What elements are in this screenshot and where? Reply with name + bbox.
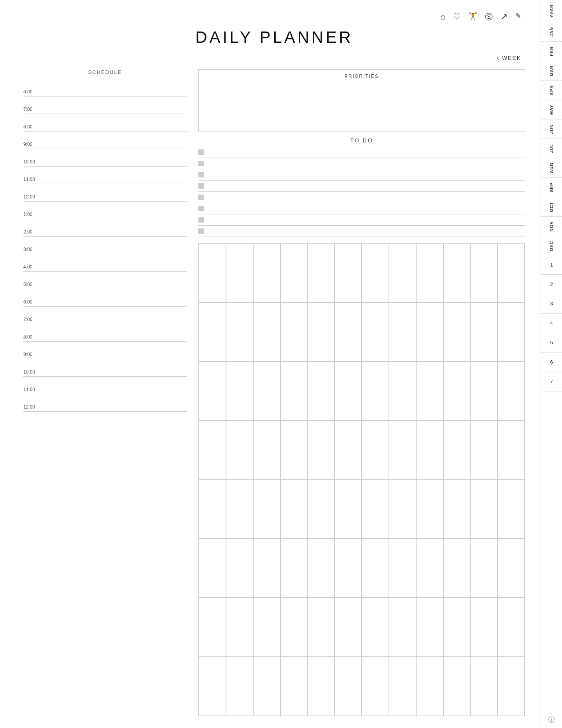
grid-cell[interactable]: [334, 243, 362, 302]
sidebar-item-jun[interactable]: JUN: [541, 119, 562, 139]
sidebar-item-year[interactable]: YEAR: [541, 0, 562, 22]
grid-cell[interactable]: [416, 480, 443, 539]
grid-cell[interactable]: [334, 657, 362, 716]
grid-cell[interactable]: [280, 243, 308, 302]
grid-cell[interactable]: [280, 302, 308, 361]
grid-cell[interactable]: [253, 302, 280, 361]
grid-cell[interactable]: [253, 361, 280, 421]
todo-item[interactable]: [198, 203, 525, 214]
grid-cell[interactable]: [307, 539, 334, 598]
sidebar-day-7[interactable]: 7: [541, 372, 562, 391]
prev-week-button[interactable]: ‹: [497, 54, 499, 61]
grid-cell[interactable]: [253, 657, 280, 716]
grid-cell[interactable]: [389, 302, 416, 361]
grid-cell[interactable]: [307, 657, 334, 716]
grid-cell[interactable]: [443, 539, 471, 598]
todo-checkbox[interactable]: [198, 228, 204, 234]
grid-cell[interactable]: [253, 480, 280, 539]
grid-cell[interactable]: [334, 421, 362, 480]
todo-item[interactable]: [198, 147, 525, 158]
grid-cell[interactable]: [362, 598, 389, 657]
grid-cell[interactable]: [470, 480, 497, 539]
grid-cell[interactable]: [416, 361, 443, 421]
grid-cell[interactable]: [497, 243, 525, 302]
sidebar-item-feb[interactable]: FEB: [541, 41, 562, 61]
grid-cell[interactable]: [226, 243, 253, 302]
grid-cell[interactable]: [334, 480, 362, 539]
sidebar-item-jan[interactable]: JAN: [541, 22, 562, 41]
grid-cell[interactable]: [307, 361, 334, 421]
grid-cell[interactable]: [362, 361, 389, 421]
grid-cell[interactable]: [307, 421, 334, 480]
todo-checkbox[interactable]: [198, 183, 204, 189]
grid-cell[interactable]: [443, 657, 471, 716]
grid-cell[interactable]: [199, 361, 226, 421]
todo-item[interactable]: [198, 214, 525, 226]
sidebar-item-aug[interactable]: AUG: [541, 158, 562, 177]
grid-cell[interactable]: [470, 539, 497, 598]
sidebar-item-sep[interactable]: SEP: [541, 177, 562, 197]
grid-cell[interactable]: [362, 302, 389, 361]
grid-cell[interactable]: [226, 480, 253, 539]
grid-cell[interactable]: [199, 243, 226, 302]
grid-cell[interactable]: [362, 421, 389, 480]
sidebar-day-5[interactable]: 5: [541, 333, 562, 353]
grid-cell[interactable]: [334, 598, 362, 657]
grid-cell[interactable]: [280, 657, 308, 716]
todo-item[interactable]: [198, 181, 525, 192]
grid-cell[interactable]: [307, 480, 334, 539]
grid-cell[interactable]: [253, 539, 280, 598]
sidebar-item-apr[interactable]: APR: [541, 80, 562, 100]
grid-cell[interactable]: [362, 539, 389, 598]
sidebar-item-oct[interactable]: OCT: [541, 197, 562, 216]
grid-cell[interactable]: [307, 598, 334, 657]
grid-cell[interactable]: [199, 657, 226, 716]
grid-cell[interactable]: [389, 243, 416, 302]
sidebar-day-4[interactable]: 4: [541, 314, 562, 333]
grid-cell[interactable]: [389, 361, 416, 421]
grid-cell[interactable]: [497, 302, 525, 361]
sidebar-day-3[interactable]: 3: [541, 294, 562, 314]
grid-cell[interactable]: [253, 243, 280, 302]
info-icon[interactable]: ⓘ: [548, 712, 555, 728]
grid-cell[interactable]: [497, 539, 525, 598]
grid-cell[interactable]: [199, 480, 226, 539]
dollar-circle-icon[interactable]: Ⓢ: [485, 12, 493, 22]
dumbbell-icon[interactable]: 🏋: [469, 12, 477, 22]
trend-arrow-icon[interactable]: ↗: [501, 12, 508, 22]
grid-cell[interactable]: [416, 598, 443, 657]
grid-cell[interactable]: [497, 598, 525, 657]
todo-checkbox[interactable]: [198, 206, 204, 211]
grid-cell[interactable]: [307, 243, 334, 302]
todo-checkbox[interactable]: [198, 149, 204, 155]
sidebar-item-jul[interactable]: JUL: [541, 139, 562, 158]
grid-cell[interactable]: [362, 657, 389, 716]
grid-cell[interactable]: [280, 598, 308, 657]
home-icon[interactable]: ⌂: [440, 12, 445, 22]
todo-checkbox[interactable]: [198, 161, 204, 166]
grid-cell[interactable]: [497, 421, 525, 480]
todo-checkbox[interactable]: [198, 195, 204, 200]
grid-cell[interactable]: [199, 598, 226, 657]
grid-cell[interactable]: [362, 243, 389, 302]
grid-cell[interactable]: [470, 302, 497, 361]
grid-cell[interactable]: [470, 421, 497, 480]
grid-cell[interactable]: [443, 480, 471, 539]
todo-item[interactable]: [198, 192, 525, 203]
sidebar-day-6[interactable]: 6: [541, 353, 562, 372]
sidebar-item-may[interactable]: MAY: [541, 100, 562, 119]
grid-cell[interactable]: [280, 480, 308, 539]
grid-cell[interactable]: [226, 539, 253, 598]
grid-cell[interactable]: [470, 361, 497, 421]
grid-cell[interactable]: [416, 657, 443, 716]
todo-checkbox[interactable]: [198, 217, 204, 223]
grid-cell[interactable]: [226, 361, 253, 421]
grid-cell[interactable]: [470, 598, 497, 657]
grid-cell[interactable]: [389, 539, 416, 598]
grid-cell[interactable]: [226, 421, 253, 480]
sidebar-item-nov[interactable]: NOV: [541, 216, 562, 236]
grid-cell[interactable]: [470, 657, 497, 716]
grid-cell[interactable]: [497, 361, 525, 421]
sidebar-day-1[interactable]: 1: [541, 255, 562, 275]
sidebar-day-2[interactable]: 2: [541, 275, 562, 294]
